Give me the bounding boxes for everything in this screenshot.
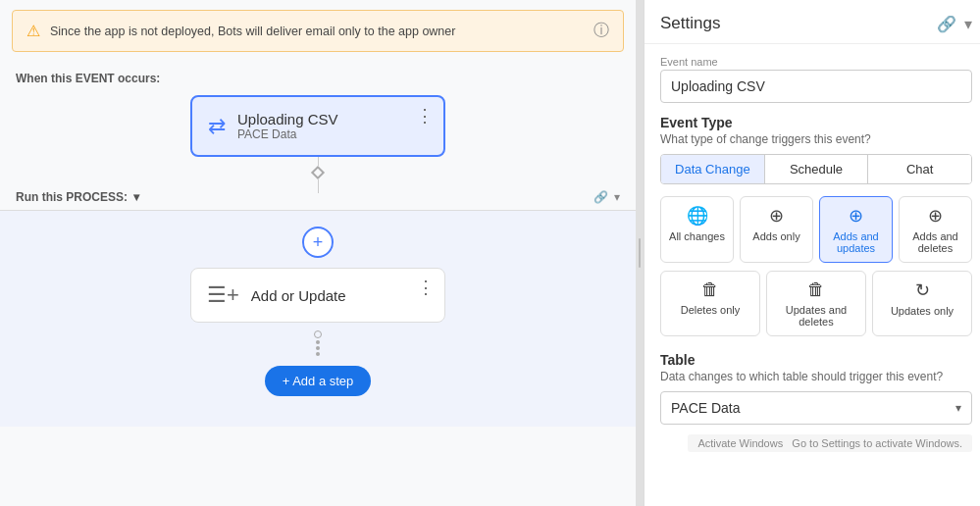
adds-only-icon: ⊕ — [769, 205, 784, 227]
event-card-subtitle: PACE Data — [237, 127, 428, 141]
info-icon[interactable]: ⓘ — [593, 21, 609, 41]
settings-actions: 🔗 ▾ — [937, 15, 972, 33]
warning-text: Since the app is not deployed, Bots will… — [50, 25, 584, 38]
step-card-title: Add or Update — [251, 287, 346, 304]
event-card[interactable]: ⇄ Uploading CSV PACE Data ⋮ — [190, 95, 445, 157]
updates-only-icon: ↻ — [915, 279, 930, 301]
change-updates-deletes-label: Updates and deletes — [771, 304, 861, 328]
change-adds-updates[interactable]: ⊕ Adds and updates — [819, 196, 893, 263]
dashed-connector — [314, 327, 322, 360]
tab-data-change[interactable]: Data Change — [661, 155, 764, 183]
event-card-menu[interactable]: ⋮ — [416, 105, 434, 126]
table-label: Table — [660, 352, 972, 368]
change-options-row2: 🗑 Deletes only 🗑 Updates and deletes ↻ U… — [645, 271, 980, 348]
change-updates-only-label: Updates only — [891, 305, 954, 317]
process-body: + ☰+ Add or Update ⋮ + Add a step — [0, 211, 636, 427]
change-options-row1: 🌐 All changes ⊕ Adds only ⊕ Adds and upd… — [645, 196, 980, 271]
change-adds-deletes-label: Adds and deletes — [903, 230, 967, 254]
shuffle-icon: ⇄ — [208, 114, 226, 139]
chevron-icon-process[interactable]: ▾ — [614, 190, 620, 204]
event-type-title: Event Type — [645, 111, 980, 132]
event-type-tabs: Data Change Schedule Chat — [660, 154, 972, 184]
dropdown-arrow-process[interactable]: ▾ — [133, 190, 139, 204]
change-all-label: All changes — [669, 230, 725, 242]
table-subtitle: Data changes to which table should trigg… — [660, 370, 972, 383]
table-dropdown-wrapper: PACE Data ▾ Activate Windows Go to Setti… — [660, 391, 972, 425]
add-step-button[interactable]: + Add a step — [265, 366, 372, 396]
event-name-field-group: Event name — [645, 44, 980, 111]
link-icon[interactable]: 🔗 — [937, 15, 956, 33]
step-card-icon: ☰+ — [207, 282, 239, 308]
step-card-menu[interactable]: ⋮ — [417, 277, 435, 298]
warning-icon: ⚠ — [26, 22, 40, 40]
table-dropdown-value: PACE Data — [671, 400, 741, 416]
change-adds-only[interactable]: ⊕ Adds only — [740, 196, 813, 263]
event-card-text: Uploading CSV PACE Data — [237, 111, 428, 141]
change-adds-updates-label: Adds and updates — [824, 230, 888, 254]
adds-updates-icon: ⊕ — [849, 205, 863, 227]
deletes-only-icon: 🗑 — [701, 279, 719, 300]
table-section: Table Data changes to which table should… — [645, 348, 980, 432]
change-updates-deletes[interactable]: 🗑 Updates and deletes — [766, 271, 866, 336]
process-label: Run this PROCESS: ▾ — [16, 190, 139, 204]
event-section-label: When this EVENT occurs: — [0, 62, 636, 91]
settings-title: Settings — [660, 14, 720, 33]
table-dropdown[interactable]: PACE Data ▾ — [660, 391, 972, 425]
connector-top — [0, 161, 636, 184]
change-deletes-only-label: Deletes only — [681, 304, 741, 316]
dropdown-arrow-icon: ▾ — [955, 401, 961, 415]
updates-deletes-icon: 🗑 — [807, 279, 825, 300]
event-type-subtitle: What type of change triggers this event? — [645, 132, 980, 154]
settings-header: Settings 🔗 ▾ — [645, 0, 980, 44]
add-step-circle[interactable]: + — [302, 227, 334, 258]
adds-deletes-icon: ⊕ — [928, 205, 943, 227]
link-icon-process[interactable]: 🔗 — [593, 190, 608, 204]
warning-banner: ⚠ Since the app is not deployed, Bots wi… — [12, 10, 624, 52]
event-card-title: Uploading CSV — [237, 111, 428, 127]
settings-panel: Settings 🔗 ▾ Event name Event Type What … — [644, 0, 980, 506]
tab-schedule[interactable]: Schedule — [764, 155, 868, 183]
step-card[interactable]: ☰+ Add or Update ⋮ — [190, 268, 445, 323]
event-name-label: Event name — [660, 56, 972, 68]
tab-chat[interactable]: Chat — [867, 155, 971, 183]
panel-divider[interactable] — [636, 0, 644, 506]
activate-windows-banner: Activate Windows Go to Settings to activ… — [688, 434, 972, 452]
chevron-icon[interactable]: ▾ — [964, 15, 972, 33]
change-all[interactable]: 🌐 All changes — [660, 196, 734, 263]
left-panel: ⚠ Since the app is not deployed, Bots wi… — [0, 0, 636, 506]
change-updates-only[interactable]: ↻ Updates only — [872, 271, 972, 336]
change-adds-only-label: Adds only — [752, 230, 799, 242]
process-bar-right: 🔗 ▾ — [593, 190, 620, 204]
change-adds-deletes[interactable]: ⊕ Adds and deletes — [899, 196, 972, 263]
globe-icon: 🌐 — [687, 205, 708, 227]
change-deletes-only[interactable]: 🗑 Deletes only — [660, 271, 760, 336]
event-name-input[interactable] — [660, 70, 972, 103]
